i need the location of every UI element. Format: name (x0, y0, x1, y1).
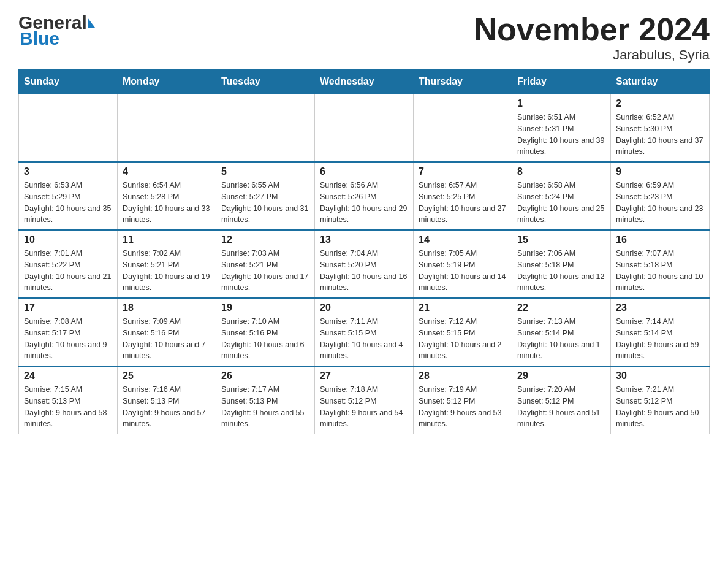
day-number: 10 (24, 234, 112, 245)
calendar-cell: 7Sunrise: 6:57 AMSunset: 5:25 PMDaylight… (414, 162, 512, 230)
day-sun-info: Sunrise: 6:54 AMSunset: 5:28 PMDaylight:… (123, 180, 211, 226)
day-number: 20 (320, 302, 408, 313)
weekday-header-saturday: Saturday (611, 70, 710, 94)
weekday-header-monday: Monday (118, 70, 216, 94)
calendar-cell: 27Sunrise: 7:18 AMSunset: 5:12 PMDayligh… (315, 366, 414, 434)
day-number: 5 (221, 166, 309, 177)
calendar-cell: 3Sunrise: 6:53 AMSunset: 5:29 PMDaylight… (19, 162, 118, 230)
day-sun-info: Sunrise: 7:01 AMSunset: 5:22 PMDaylight:… (24, 248, 112, 294)
day-sun-info: Sunrise: 7:20 AMSunset: 5:12 PMDaylight:… (517, 384, 605, 430)
calendar-cell: 22Sunrise: 7:13 AMSunset: 5:14 PMDayligh… (512, 298, 611, 366)
calendar-cell: 14Sunrise: 7:05 AMSunset: 5:19 PMDayligh… (414, 230, 512, 298)
day-number: 1 (517, 98, 605, 109)
calendar-cell: 6Sunrise: 6:56 AMSunset: 5:26 PMDaylight… (315, 162, 414, 230)
calendar-cell: 25Sunrise: 7:16 AMSunset: 5:13 PMDayligh… (118, 366, 216, 434)
day-sun-info: Sunrise: 6:53 AMSunset: 5:29 PMDaylight:… (24, 180, 112, 226)
calendar-cell: 10Sunrise: 7:01 AMSunset: 5:22 PMDayligh… (19, 230, 118, 298)
day-sun-info: Sunrise: 7:06 AMSunset: 5:18 PMDaylight:… (517, 248, 605, 294)
day-number: 2 (616, 98, 704, 109)
weekday-header-thursday: Thursday (414, 70, 512, 94)
day-number: 11 (123, 234, 211, 245)
day-sun-info: Sunrise: 7:18 AMSunset: 5:12 PMDaylight:… (320, 384, 408, 430)
day-number: 6 (320, 166, 408, 177)
calendar-title-block: November 2024 Jarabulus, Syria (474, 12, 710, 63)
day-number: 18 (123, 302, 211, 313)
day-number: 27 (320, 370, 408, 381)
day-sun-info: Sunrise: 7:03 AMSunset: 5:21 PMDaylight:… (221, 248, 309, 294)
calendar-cell: 1Sunrise: 6:51 AMSunset: 5:31 PMDaylight… (512, 94, 611, 162)
calendar-cell (315, 94, 414, 162)
week-row-2: 3Sunrise: 6:53 AMSunset: 5:29 PMDaylight… (19, 162, 710, 230)
day-sun-info: Sunrise: 6:55 AMSunset: 5:27 PMDaylight:… (221, 180, 309, 226)
week-row-3: 10Sunrise: 7:01 AMSunset: 5:22 PMDayligh… (19, 230, 710, 298)
day-number: 9 (616, 166, 704, 177)
calendar-cell: 19Sunrise: 7:10 AMSunset: 5:16 PMDayligh… (216, 298, 315, 366)
page-header: General Blue November 2024 Jarabulus, Sy… (18, 12, 710, 63)
day-sun-info: Sunrise: 7:14 AMSunset: 5:14 PMDaylight:… (616, 316, 704, 362)
weekday-header-tuesday: Tuesday (216, 70, 315, 94)
day-number: 13 (320, 234, 408, 245)
calendar-cell: 12Sunrise: 7:03 AMSunset: 5:21 PMDayligh… (216, 230, 315, 298)
weekday-header-friday: Friday (512, 70, 611, 94)
day-number: 3 (24, 166, 112, 177)
day-number: 21 (419, 302, 507, 313)
day-sun-info: Sunrise: 7:15 AMSunset: 5:13 PMDaylight:… (24, 384, 112, 430)
calendar-cell (19, 94, 118, 162)
day-number: 24 (24, 370, 112, 381)
calendar-cell: 23Sunrise: 7:14 AMSunset: 5:14 PMDayligh… (611, 298, 710, 366)
calendar-cell: 16Sunrise: 7:07 AMSunset: 5:18 PMDayligh… (611, 230, 710, 298)
calendar-cell: 18Sunrise: 7:09 AMSunset: 5:16 PMDayligh… (118, 298, 216, 366)
calendar-cell: 30Sunrise: 7:21 AMSunset: 5:12 PMDayligh… (611, 366, 710, 434)
calendar-cell: 21Sunrise: 7:12 AMSunset: 5:15 PMDayligh… (414, 298, 512, 366)
day-number: 30 (616, 370, 704, 381)
calendar-cell: 2Sunrise: 6:52 AMSunset: 5:30 PMDaylight… (611, 94, 710, 162)
day-number: 22 (517, 302, 605, 313)
day-sun-info: Sunrise: 7:04 AMSunset: 5:20 PMDaylight:… (320, 248, 408, 294)
calendar-cell: 29Sunrise: 7:20 AMSunset: 5:12 PMDayligh… (512, 366, 611, 434)
calendar-cell: 13Sunrise: 7:04 AMSunset: 5:20 PMDayligh… (315, 230, 414, 298)
calendar-cell: 15Sunrise: 7:06 AMSunset: 5:18 PMDayligh… (512, 230, 611, 298)
weekday-header-wednesday: Wednesday (315, 70, 414, 94)
calendar-cell: 8Sunrise: 6:58 AMSunset: 5:24 PMDaylight… (512, 162, 611, 230)
day-sun-info: Sunrise: 7:16 AMSunset: 5:13 PMDaylight:… (123, 384, 211, 430)
day-sun-info: Sunrise: 7:19 AMSunset: 5:12 PMDaylight:… (419, 384, 507, 430)
logo-blue: Blue (18, 28, 95, 49)
day-number: 29 (517, 370, 605, 381)
week-row-1: 1Sunrise: 6:51 AMSunset: 5:31 PMDaylight… (19, 94, 710, 162)
logo-arrow-icon (88, 18, 95, 28)
day-sun-info: Sunrise: 6:56 AMSunset: 5:26 PMDaylight:… (320, 180, 408, 226)
day-sun-info: Sunrise: 7:09 AMSunset: 5:16 PMDaylight:… (123, 316, 211, 362)
day-sun-info: Sunrise: 6:51 AMSunset: 5:31 PMDaylight:… (517, 112, 605, 158)
day-number: 17 (24, 302, 112, 313)
calendar-table: SundayMondayTuesdayWednesdayThursdayFrid… (18, 69, 710, 434)
calendar-cell (118, 94, 216, 162)
day-number: 8 (517, 166, 605, 177)
day-sun-info: Sunrise: 7:13 AMSunset: 5:14 PMDaylight:… (517, 316, 605, 362)
week-row-4: 17Sunrise: 7:08 AMSunset: 5:17 PMDayligh… (19, 298, 710, 366)
day-sun-info: Sunrise: 7:07 AMSunset: 5:18 PMDaylight:… (616, 248, 704, 294)
day-sun-info: Sunrise: 7:17 AMSunset: 5:13 PMDaylight:… (221, 384, 309, 430)
day-number: 7 (419, 166, 507, 177)
calendar-location: Jarabulus, Syria (474, 47, 710, 63)
day-sun-info: Sunrise: 6:52 AMSunset: 5:30 PMDaylight:… (616, 112, 704, 158)
calendar-cell: 24Sunrise: 7:15 AMSunset: 5:13 PMDayligh… (19, 366, 118, 434)
calendar-cell: 5Sunrise: 6:55 AMSunset: 5:27 PMDaylight… (216, 162, 315, 230)
day-sun-info: Sunrise: 7:12 AMSunset: 5:15 PMDaylight:… (419, 316, 507, 362)
calendar-cell: 26Sunrise: 7:17 AMSunset: 5:13 PMDayligh… (216, 366, 315, 434)
calendar-cell: 4Sunrise: 6:54 AMSunset: 5:28 PMDaylight… (118, 162, 216, 230)
calendar-cell (414, 94, 512, 162)
day-number: 19 (221, 302, 309, 313)
weekday-header-sunday: Sunday (19, 70, 118, 94)
calendar-cell (216, 94, 315, 162)
day-sun-info: Sunrise: 6:59 AMSunset: 5:23 PMDaylight:… (616, 180, 704, 226)
calendar-cell: 9Sunrise: 6:59 AMSunset: 5:23 PMDaylight… (611, 162, 710, 230)
week-row-5: 24Sunrise: 7:15 AMSunset: 5:13 PMDayligh… (19, 366, 710, 434)
logo: General Blue (18, 12, 95, 49)
day-sun-info: Sunrise: 7:08 AMSunset: 5:17 PMDaylight:… (24, 316, 112, 362)
day-number: 14 (419, 234, 507, 245)
day-sun-info: Sunrise: 6:58 AMSunset: 5:24 PMDaylight:… (517, 180, 605, 226)
calendar-cell: 17Sunrise: 7:08 AMSunset: 5:17 PMDayligh… (19, 298, 118, 366)
day-number: 23 (616, 302, 704, 313)
day-number: 4 (123, 166, 211, 177)
calendar-cell: 20Sunrise: 7:11 AMSunset: 5:15 PMDayligh… (315, 298, 414, 366)
